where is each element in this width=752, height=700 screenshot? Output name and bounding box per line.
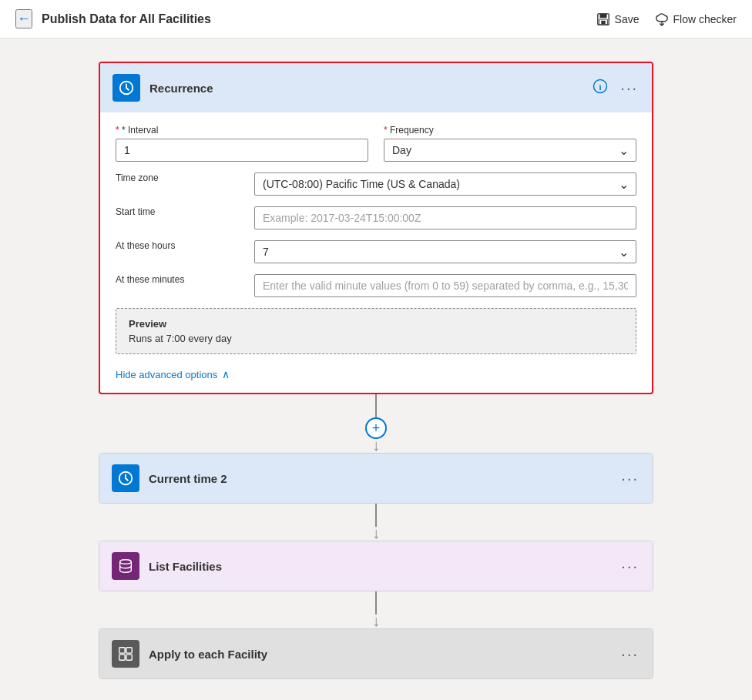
connector-line-2 <box>375 504 377 527</box>
recurrence-info-button[interactable]: i <box>591 77 609 99</box>
list-facilities-header-left: List Facilities <box>112 552 222 580</box>
preview-title: Preview <box>129 318 623 330</box>
svg-rect-10 <box>119 648 125 653</box>
recurrence-header-left: Recurrence <box>112 74 213 102</box>
timezone-input-group: (UTC-08:00) Pacific Time (US & Canada) <box>254 172 636 196</box>
recurrence-card-title: Recurrence <box>149 82 213 95</box>
list-facilities-card-title: List Facilities <box>149 560 222 573</box>
frequency-select[interactable]: Day Hour Minute Month Week <box>384 139 636 162</box>
svg-rect-1 <box>599 13 606 17</box>
flow-checker-button[interactable]: Flow checker <box>655 12 737 26</box>
interval-frequency-row: * * Interval * Frequency Day Hour Mi <box>116 125 636 162</box>
apply-each-header-left: Apply to each Facility <box>112 640 267 668</box>
timezone-label-group: Time zone <box>116 172 239 196</box>
apply-each-more-button[interactable]: ··· <box>619 644 640 665</box>
connector-3: ↓ <box>372 591 380 628</box>
at-minutes-input-group <box>254 274 636 297</box>
connector-2: ↓ <box>372 504 380 541</box>
connector-arrow-3: ↓ <box>372 613 380 628</box>
list-facilities-header-right: ··· <box>619 556 640 577</box>
apply-each-header-right: ··· <box>619 644 640 665</box>
connector-line-1 <box>375 394 377 417</box>
at-minutes-input[interactable] <box>254 274 636 297</box>
at-hours-select[interactable]: 7 0123 4568 <box>254 240 636 263</box>
apply-each-icon <box>112 640 139 668</box>
start-time-input-group <box>254 206 636 229</box>
connector-add: + ↓ <box>365 394 387 453</box>
flow-canvas: Recurrence i ··· <box>0 39 752 700</box>
list-facilities-header: List Facilities ··· <box>99 541 653 591</box>
current-time-card-title: Current time 2 <box>149 472 227 485</box>
frequency-group: * Frequency Day Hour Minute Month Week <box>384 125 636 162</box>
current-time-header: Current time 2 ··· <box>99 454 653 503</box>
recurrence-header-right: i ··· <box>591 77 640 99</box>
connector-line-3 <box>375 591 377 615</box>
list-facilities-icon <box>112 552 139 580</box>
at-minutes-row: At these minutes <box>116 274 636 297</box>
recurrence-more-button[interactable]: ··· <box>619 78 640 99</box>
current-time-header-left: Current time 2 <box>112 464 227 492</box>
header-left: ← Publish Data for All Facilities <box>15 9 211 28</box>
page-title: Publish Data for All Facilities <box>42 12 211 26</box>
back-button[interactable]: ← <box>15 9 32 28</box>
frequency-label: * Frequency <box>384 125 636 136</box>
app-header: ← Publish Data for All Facilities Save F… <box>0 0 752 39</box>
recurrence-card[interactable]: Recurrence i ··· <box>99 62 653 394</box>
timezone-row: Time zone (UTC-08:00) Pacific Time (US &… <box>116 172 636 196</box>
add-step-button[interactable]: + <box>365 417 387 439</box>
list-facilities-card-container: List Facilities ··· <box>99 541 653 591</box>
connector-arrow-2: ↓ <box>372 525 380 541</box>
list-facilities-more-button[interactable]: ··· <box>619 556 640 577</box>
svg-point-9 <box>120 560 132 564</box>
list-facilities-card[interactable]: List Facilities ··· <box>99 541 653 591</box>
save-header-label: Save <box>615 13 640 25</box>
start-time-label: Start time <box>116 206 239 217</box>
current-time-more-button[interactable]: ··· <box>619 468 640 489</box>
interval-group: * * Interval <box>116 125 368 162</box>
header-right: Save Flow checker <box>596 12 737 26</box>
current-time-card[interactable]: Current time 2 ··· <box>99 453 653 504</box>
at-hours-label: At these hours <box>116 240 239 251</box>
apply-each-card-title: Apply to each Facility <box>149 648 267 661</box>
timezone-label: Time zone <box>116 172 239 183</box>
interval-label: * * Interval <box>116 125 368 136</box>
recurrence-card-container: Recurrence i ··· <box>99 62 653 394</box>
at-hours-input-group: 7 0123 4568 <box>254 240 636 263</box>
svg-rect-13 <box>126 655 132 660</box>
save-icon <box>596 12 610 26</box>
at-minutes-label-group: At these minutes <box>116 274 239 297</box>
chevron-up-icon: ∧ <box>222 368 230 380</box>
current-time-card-container: Current time 2 ··· <box>99 453 653 504</box>
flow-checker-label: Flow checker <box>673 13 737 25</box>
start-time-row: Start time <box>116 206 636 229</box>
apply-each-card[interactable]: Apply to each Facility ··· <box>99 628 653 679</box>
svg-rect-12 <box>119 655 125 660</box>
frequency-select-wrapper: Day Hour Minute Month Week <box>384 139 636 162</box>
preview-box: Preview Runs at 7:00 every day <box>116 308 636 354</box>
recurrence-card-header: Recurrence i ··· <box>100 63 652 112</box>
current-time-icon <box>112 464 139 492</box>
at-hours-row: At these hours 7 0123 4568 <box>116 240 636 263</box>
apply-each-header: Apply to each Facility ··· <box>99 629 653 678</box>
start-time-input[interactable] <box>254 206 636 229</box>
at-hours-label-group: At these hours <box>116 240 239 263</box>
save-header-button[interactable]: Save <box>596 12 640 26</box>
svg-rect-3 <box>601 20 605 24</box>
start-time-label-group: Start time <box>116 206 239 229</box>
timezone-select-wrapper: (UTC-08:00) Pacific Time (US & Canada) <box>254 172 636 196</box>
at-minutes-label: At these minutes <box>116 274 239 285</box>
interval-input[interactable] <box>116 139 368 162</box>
apply-each-card-container: Apply to each Facility ··· <box>99 628 653 679</box>
current-time-header-right: ··· <box>619 468 640 489</box>
timezone-select[interactable]: (UTC-08:00) Pacific Time (US & Canada) <box>254 172 636 196</box>
preview-text: Runs at 7:00 every day <box>129 333 623 344</box>
hide-advanced-label: Hide advanced options <box>116 369 217 380</box>
svg-rect-11 <box>126 648 132 653</box>
recurrence-card-body: * * Interval * Frequency Day Hour Mi <box>100 112 652 393</box>
svg-text:i: i <box>599 82 602 91</box>
flow-checker-icon <box>655 12 669 26</box>
connector-arrow-1: ↓ <box>372 437 380 453</box>
hide-advanced-button[interactable]: Hide advanced options ∧ <box>116 365 230 383</box>
recurrence-icon <box>112 74 140 102</box>
at-hours-select-wrapper: 7 0123 4568 <box>254 240 636 263</box>
